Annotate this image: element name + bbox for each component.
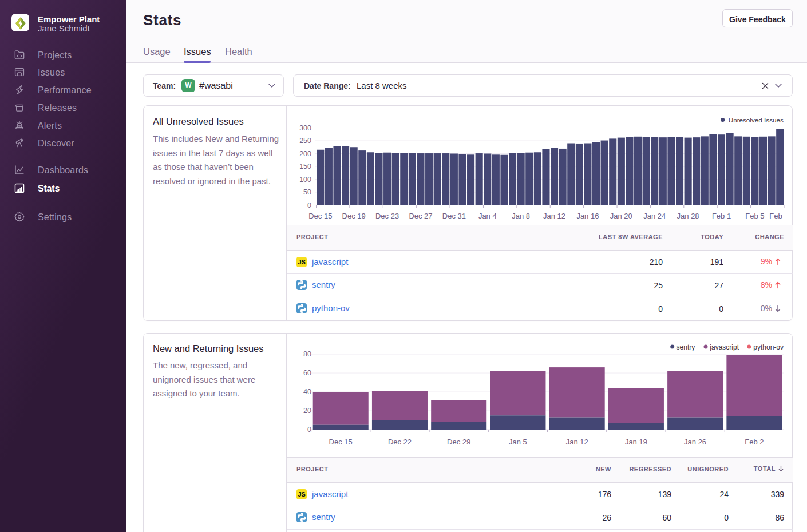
svg-text:200: 200 bbox=[299, 150, 311, 158]
svg-text:Jan 5: Jan 5 bbox=[509, 438, 527, 446]
svg-text:0: 0 bbox=[307, 426, 311, 434]
svg-text:60: 60 bbox=[303, 369, 311, 377]
svg-text:Jan 12: Jan 12 bbox=[566, 438, 588, 446]
svg-text:Dec 22: Dec 22 bbox=[388, 438, 412, 446]
svg-text:Feb: Feb bbox=[769, 212, 782, 220]
svg-text:Dec 15: Dec 15 bbox=[308, 212, 332, 220]
svg-text:Jan 28: Jan 28 bbox=[677, 212, 699, 220]
svg-text:50: 50 bbox=[303, 188, 311, 196]
svg-text:40: 40 bbox=[303, 388, 311, 396]
svg-text:100: 100 bbox=[299, 176, 311, 184]
svg-text:Jan 8: Jan 8 bbox=[512, 212, 530, 220]
svg-text:javascript: javascript bbox=[709, 343, 739, 351]
svg-text:Dec 23: Dec 23 bbox=[375, 212, 399, 220]
svg-text:Jan 16: Jan 16 bbox=[576, 212, 599, 220]
svg-text:Feb 2: Feb 2 bbox=[745, 438, 764, 446]
svg-text:Feb 1: Feb 1 bbox=[712, 212, 731, 220]
svg-text:Dec 15: Dec 15 bbox=[329, 438, 353, 446]
svg-text:300: 300 bbox=[299, 124, 311, 132]
svg-text:Feb 5: Feb 5 bbox=[745, 212, 764, 220]
svg-text:Unresolved Issues: Unresolved Issues bbox=[729, 116, 784, 124]
svg-text:150: 150 bbox=[299, 162, 311, 170]
svg-text:Jan 24: Jan 24 bbox=[643, 212, 666, 220]
svg-text:Dec 27: Dec 27 bbox=[409, 212, 432, 220]
svg-text:sentry: sentry bbox=[677, 343, 695, 351]
svg-text:80: 80 bbox=[303, 350, 311, 358]
svg-text:Jan 26: Jan 26 bbox=[684, 438, 706, 446]
svg-text:250: 250 bbox=[299, 137, 311, 145]
svg-text:Jan 12: Jan 12 bbox=[543, 212, 565, 220]
svg-text:0: 0 bbox=[307, 201, 311, 209]
svg-text:Jan 19: Jan 19 bbox=[625, 438, 647, 446]
svg-text:Dec 29: Dec 29 bbox=[447, 438, 470, 446]
svg-text:python-ov: python-ov bbox=[753, 343, 784, 351]
svg-text:Jan 20: Jan 20 bbox=[610, 212, 632, 220]
svg-text:20: 20 bbox=[303, 407, 311, 415]
svg-text:Jan 4: Jan 4 bbox=[478, 212, 497, 220]
svg-text:Dec 31: Dec 31 bbox=[442, 212, 466, 220]
svg-text:Dec 19: Dec 19 bbox=[342, 212, 366, 220]
